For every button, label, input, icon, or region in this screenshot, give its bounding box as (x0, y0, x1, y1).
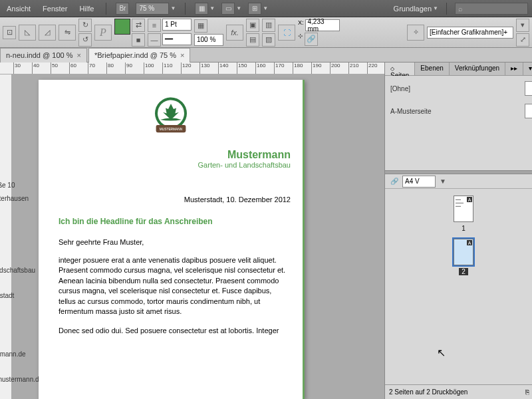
rotate-ccw[interactable]: ↺ (78, 33, 92, 47)
master-none[interactable]: [Ohne] (390, 81, 532, 96)
wrap-4[interactable]: ▧ (262, 33, 275, 47)
body-p2: Donec sed odio dui. Sed posuere consecte… (39, 317, 303, 336)
fit-frame[interactable]: ⛶ (278, 25, 295, 41)
tab-ebenen[interactable]: Ebenen (415, 63, 449, 75)
menu-help[interactable]: Hilfe (76, 3, 96, 15)
bridge-button[interactable]: Br (116, 3, 129, 15)
opacity-icon[interactable]: ▦ (194, 19, 207, 33)
fill-swatch[interactable] (114, 19, 130, 35)
link-icon[interactable]: 🔗 (390, 178, 398, 185)
panel-menu[interactable]: ▾ (516, 19, 529, 32)
body-p1: integer posuere erat a ante venenatis da… (39, 246, 303, 317)
tool-a[interactable]: ◺ (19, 25, 36, 41)
svg-text:MUSTERMANN: MUSTERMANN (159, 128, 182, 131)
master-a[interactable]: A-Musterseite (390, 104, 532, 118)
new-page-icon[interactable]: ⎘ (525, 388, 529, 396)
company-name: Mustermann (51, 149, 291, 161)
object-style-icon: ✧ (407, 25, 424, 41)
panel-menu[interactable]: ▾≡ (523, 63, 532, 75)
x-field[interactable]: 4,233 mm (305, 19, 340, 31)
link-xy[interactable]: 🔗 (305, 33, 318, 46)
swap-colors[interactable]: ⇄ (132, 19, 145, 32)
page-thumbnails: A▬▬▬▬▬▬▬ 1 A 2 ↖ (385, 189, 532, 384)
char-style[interactable]: P (94, 25, 112, 41)
wrap-1[interactable]: ▣ (246, 19, 259, 32)
search-icon: ⌕ (458, 5, 463, 13)
fx-button[interactable]: fx. (226, 25, 243, 41)
canvas: 3040506070809010011012013014015016017018… (0, 63, 384, 399)
pages-panel: ◇ Seiten Ebenen Verknüpfungen ▸▸ ▾≡ [Ohn… (384, 63, 532, 399)
panel-collapse[interactable]: ▸▸ (505, 63, 523, 75)
thumb-page-1[interactable]: A▬▬▬▬▬▬▬ (454, 196, 473, 222)
document-tabs: n-neu.indd @ 100 %× *Briefpapier.indd @ … (0, 48, 532, 63)
menu-view[interactable]: Ansicht (4, 3, 33, 15)
rotate-cw[interactable]: ↻ (78, 19, 92, 32)
stroke-weight-icon: ≡ (148, 19, 161, 32)
master-list[interactable]: [Ohne] A-Musterseite (385, 76, 532, 170)
status-bar: 2 Seiten auf 2 Druckbögen ⎘ 🗑 (385, 384, 532, 399)
apply-target[interactable]: ■ (132, 33, 145, 47)
headline: Ich bin die Headline für das Anschreiben (39, 203, 303, 226)
close-icon[interactable]: × (180, 51, 184, 59)
zoom-dropdown[interactable]: 75 %▼ (136, 3, 176, 15)
page[interactable]: MUSTERMANN Mustermann Garten- und Landsc… (39, 80, 305, 399)
thumb-page-2[interactable]: A (454, 239, 473, 265)
control-panel: ⊡ ◺ ◿ ⇋ ↻ ↺ P ⇄ ■ ≡1 Pt —━━ ▦ 100 % fx. … (0, 17, 532, 48)
stroke-weight[interactable]: 1 Pt (162, 19, 192, 31)
tab-seiten[interactable]: ◇ Seiten (385, 63, 415, 75)
date-line: Musterstadt, 10. Dezember 2012 (39, 169, 303, 203)
menu-window[interactable]: Fenster (40, 3, 70, 15)
flip-h[interactable]: ⇋ (59, 25, 76, 41)
search-input[interactable]: ⌕ (455, 3, 528, 15)
ruler-horizontal[interactable]: 3040506070809010011012013014015016017018… (0, 63, 384, 74)
tab-verknupf[interactable]: Verknüpfungen (450, 63, 505, 75)
panel-close[interactable]: ⤢ (516, 33, 529, 47)
opacity[interactable]: 100 % (194, 34, 223, 46)
stroke-style-icon: — (148, 33, 161, 47)
wrap-3[interactable]: ▥ (262, 19, 275, 32)
ref-point[interactable]: ⊡ (3, 26, 16, 39)
close-icon[interactable]: × (76, 51, 80, 59)
menubar: Ansicht Fenster Hilfe Br 75 %▼ ▦▼ ▭▼ ⊞▼ … (0, 0, 532, 17)
workspace-switcher[interactable]: Grundlagen▼ (394, 5, 438, 13)
tab-doc-1[interactable]: n-neu.indd @ 100 %× (0, 48, 87, 63)
offpage-text: ter raße 10 usterhausen andschaftsbau te… (0, 154, 43, 399)
stroke-style[interactable]: ━━ (162, 33, 192, 45)
view-options[interactable]: ▦▼ (195, 3, 215, 15)
page-size[interactable]: A4 V (402, 176, 436, 188)
tool-b[interactable]: ◿ (39, 25, 56, 41)
arrange[interactable]: ⊞▼ (248, 3, 268, 15)
object-style[interactable]: [Einfacher Grafikrahmen]+ (427, 27, 513, 39)
tab-doc-2[interactable]: *Briefpapier.indd @ 75 %× (88, 48, 191, 63)
greeting: Sehr geehrte Frau Muster, (39, 226, 303, 246)
company-logo: MUSTERMANN (144, 93, 198, 146)
company-subtitle: Garten- und Landschaftsbau (51, 161, 291, 169)
wrap-2[interactable]: ▤ (246, 33, 259, 47)
cursor-icon: ↖ (437, 346, 446, 359)
screen-mode[interactable]: ▭▼ (221, 3, 241, 15)
